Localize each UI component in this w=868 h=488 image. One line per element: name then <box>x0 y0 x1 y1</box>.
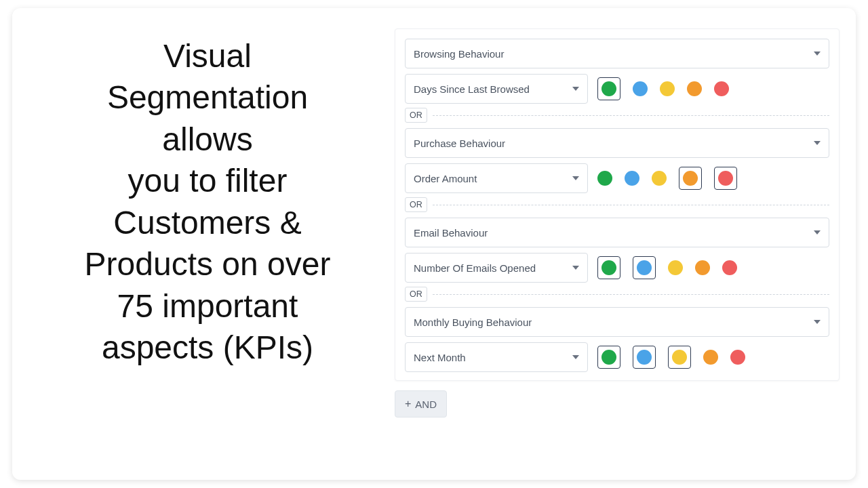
filter-metric-row: Next Month <box>405 342 829 372</box>
dot-red-selected[interactable] <box>714 167 737 190</box>
chevron-down-icon <box>814 141 821 145</box>
dot-red[interactable] <box>714 81 729 96</box>
filter-group: Email Behaviour <box>405 218 829 247</box>
category-select[interactable]: Email Behaviour <box>405 218 829 247</box>
metric-select[interactable]: Next Month <box>405 342 588 372</box>
select-label: Purchase Behaviour <box>414 138 505 149</box>
dot-red[interactable] <box>730 350 745 365</box>
dot-icon <box>718 171 733 186</box>
dot-blue[interactable] <box>625 171 639 186</box>
category-select[interactable]: Purchase Behaviour <box>405 128 829 158</box>
dot-green[interactable] <box>597 171 612 186</box>
filter-metric-row: Days Since Last Browsed <box>405 74 829 104</box>
dash-line <box>433 115 829 116</box>
dot-orange[interactable] <box>703 350 718 365</box>
metric-select[interactable]: Number Of Emails Opened <box>405 253 588 283</box>
select-label: Order Amount <box>414 173 477 184</box>
dot-icon <box>601 81 616 96</box>
or-badge: OR <box>405 108 427 123</box>
filter-pane: Browsing Behaviour Days Since Last Brows… <box>391 22 844 466</box>
filter-group: Monthly Buying Behaviour <box>405 307 829 337</box>
dot-yellow[interactable] <box>660 81 675 96</box>
or-badge: OR <box>405 287 427 302</box>
dot-icon <box>637 350 652 365</box>
chevron-down-icon <box>572 355 579 359</box>
dot-orange[interactable] <box>695 260 710 275</box>
chevron-down-icon <box>572 266 579 270</box>
value-dots <box>597 256 740 279</box>
metric-select[interactable]: Order Amount <box>405 163 588 193</box>
select-label: Email Behaviour <box>414 227 488 239</box>
and-label: AND <box>415 399 437 410</box>
select-label: Days Since Last Browsed <box>414 83 530 95</box>
select-label: Browsing Behaviour <box>414 48 504 60</box>
dot-icon <box>601 350 616 365</box>
chevron-down-icon <box>814 52 821 56</box>
headline-pane: Visual Segmentation allows you to filter… <box>24 22 391 466</box>
dash-line <box>433 205 829 205</box>
dot-blue-selected[interactable] <box>633 256 656 279</box>
dot-blue[interactable] <box>633 81 648 96</box>
or-separator: OR <box>405 108 829 123</box>
segmentation-card: Visual Segmentation allows you to filter… <box>12 8 856 480</box>
filter-group: Browsing Behaviour <box>405 39 829 68</box>
dot-icon <box>637 260 652 275</box>
chevron-down-icon <box>572 176 579 180</box>
value-dots <box>597 167 740 190</box>
or-badge: OR <box>405 197 427 212</box>
dot-icon <box>672 350 687 365</box>
dot-green-selected[interactable] <box>597 256 620 279</box>
metric-select[interactable]: Days Since Last Browsed <box>405 74 588 104</box>
chevron-down-icon <box>814 320 821 324</box>
value-dots <box>597 346 748 369</box>
filter-metric-row: Order Amount <box>405 163 829 193</box>
filter-panel: Browsing Behaviour Days Since Last Brows… <box>395 28 840 381</box>
chevron-down-icon <box>572 87 579 91</box>
select-label: Next Month <box>414 352 466 363</box>
chevron-down-icon <box>814 230 821 235</box>
dot-red[interactable] <box>722 260 737 275</box>
dot-icon <box>601 260 616 275</box>
filter-metric-row: Number Of Emails Opened <box>405 253 829 283</box>
plus-icon: + <box>405 399 411 409</box>
add-and-button[interactable]: + AND <box>395 390 447 418</box>
value-dots <box>597 77 732 100</box>
dash-line <box>433 294 829 295</box>
dot-yellow[interactable] <box>652 171 667 186</box>
dot-blue-selected[interactable] <box>633 346 656 369</box>
dot-orange[interactable] <box>687 81 702 96</box>
select-label: Monthly Buying Behaviour <box>414 317 532 328</box>
select-label: Number Of Emails Opened <box>414 262 536 274</box>
headline-text: Visual Segmentation allows you to filter… <box>85 35 331 369</box>
or-separator: OR <box>405 287 829 302</box>
dot-green-selected[interactable] <box>597 346 620 369</box>
or-separator: OR <box>405 197 829 212</box>
category-select[interactable]: Browsing Behaviour <box>405 39 829 68</box>
filter-group: Purchase Behaviour <box>405 128 829 158</box>
dot-yellow-selected[interactable] <box>668 346 691 369</box>
category-select[interactable]: Monthly Buying Behaviour <box>405 307 829 337</box>
dot-yellow[interactable] <box>668 260 683 275</box>
dot-icon <box>683 171 698 186</box>
dot-green-selected[interactable] <box>597 77 620 100</box>
dot-orange-selected[interactable] <box>679 167 702 190</box>
